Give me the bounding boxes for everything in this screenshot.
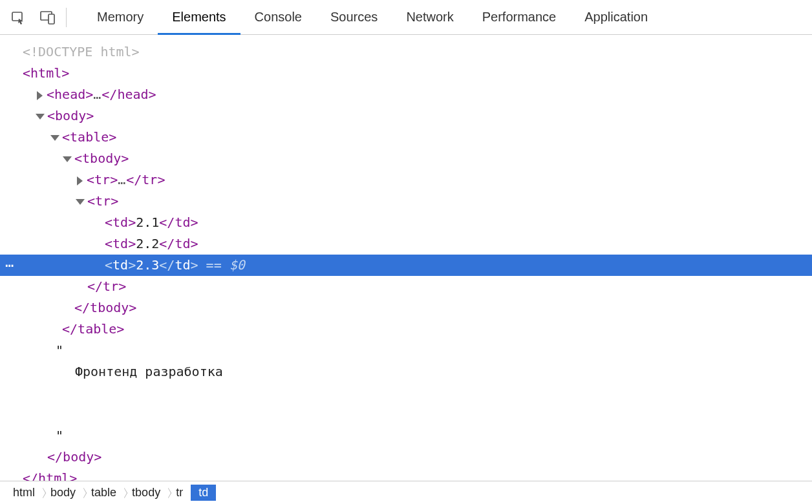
dom-tbody-open[interactable]: <tbody> [0, 148, 812, 169]
dom-html-open[interactable]: <html> [0, 63, 812, 84]
collapse-icon[interactable] [36, 114, 45, 120]
dom-body-open[interactable]: <body> [0, 105, 812, 127]
dom-blank-line [0, 404, 812, 425]
tab-network[interactable]: Network [392, 0, 467, 34]
dom-table-open[interactable]: <table> [0, 127, 812, 148]
expand-icon[interactable] [37, 91, 43, 100]
crumb-tbody[interactable]: tbody [124, 485, 168, 501]
crumb-body[interactable]: body [43, 485, 83, 501]
svg-rect-2 [48, 14, 54, 24]
dom-td3-selected[interactable]: ⋯<td>2.3</td> == $0 [0, 255, 812, 276]
dom-td2[interactable]: <td>2.2</td> [0, 233, 812, 255]
dom-tr1[interactable]: <tr>…</tr> [0, 169, 812, 191]
tab-application[interactable]: Application [570, 0, 662, 34]
dom-blank-line [0, 383, 812, 404]
svg-rect-0 [12, 12, 22, 21]
tab-elements[interactable]: Elements [158, 0, 240, 34]
dom-text-quote-close[interactable]: " [0, 425, 812, 446]
tab-performance[interactable]: Performance [468, 0, 571, 34]
collapse-icon[interactable] [50, 135, 59, 141]
dom-text-quote-open[interactable]: " [0, 340, 812, 361]
crumb-td[interactable]: td [191, 485, 216, 501]
expand-icon[interactable] [77, 176, 83, 185]
collapse-icon[interactable] [76, 199, 85, 205]
inspect-icon[interactable] [6, 6, 30, 29]
dom-td1[interactable]: <td>2.1</td> [0, 212, 812, 233]
devtools-tabs: Memory Elements Console Sources Network … [83, 0, 662, 34]
ellipsis-icon[interactable]: ⋯ [5, 255, 14, 276]
dom-tr2-close[interactable]: </tr> [0, 276, 812, 297]
dom-breadcrumbs: html body table tbody tr td [0, 481, 812, 504]
device-toggle-icon[interactable] [36, 6, 59, 29]
dom-head[interactable]: <head>…</head> [0, 84, 812, 105]
dom-text-content[interactable]: Фронтенд разработка [0, 361, 812, 383]
dom-body-close[interactable]: </body> [0, 446, 812, 468]
devtools-toolbar: Memory Elements Console Sources Network … [0, 0, 812, 35]
tab-console[interactable]: Console [240, 0, 316, 34]
dom-table-close[interactable]: </table> [0, 319, 812, 340]
tab-memory[interactable]: Memory [83, 0, 158, 34]
crumb-table[interactable]: table [83, 485, 124, 501]
crumb-html[interactable]: html [5, 485, 43, 501]
dom-doctype[interactable]: <!DOCTYPE html> [0, 41, 812, 63]
dom-tr2-open[interactable]: <tr> [0, 191, 812, 212]
dom-html-close[interactable]: </html> [0, 468, 812, 481]
dom-tbody-close[interactable]: </tbody> [0, 297, 812, 319]
collapse-icon[interactable] [63, 156, 72, 162]
tab-sources[interactable]: Sources [316, 0, 392, 34]
crumb-tr[interactable]: tr [168, 485, 191, 501]
toolbar-divider [66, 8, 67, 27]
elements-dom-tree[interactable]: <!DOCTYPE html> <html> <head>…</head> <b… [0, 35, 812, 481]
